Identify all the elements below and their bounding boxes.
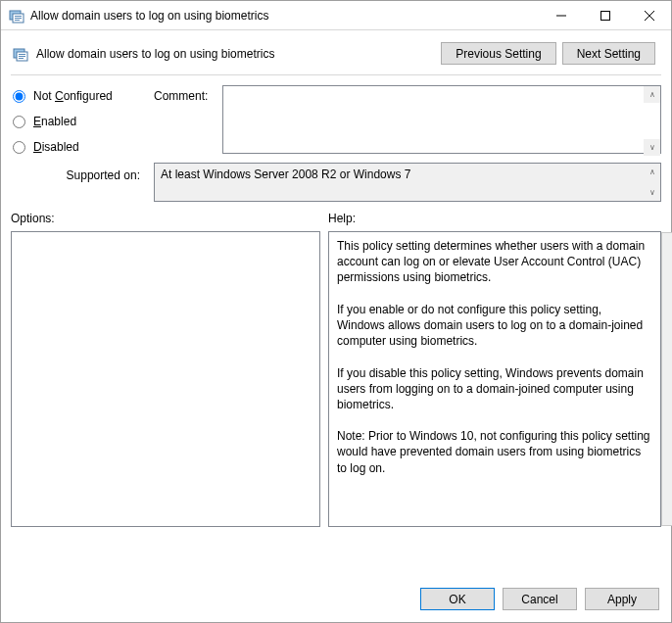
radio-not-configured-label: Not Configured xyxy=(33,89,113,103)
help-scrollbar[interactable] xyxy=(661,232,672,526)
policy-title: Allow domain users to log on using biome… xyxy=(36,47,441,61)
help-paragraph: Note: Prior to Windows 10, not configuri… xyxy=(337,428,652,476)
comment-field-wrap: ∧ ∨ xyxy=(222,85,661,157)
options-panel xyxy=(11,231,320,527)
help-paragraph: If you disable this policy setting, Wind… xyxy=(337,365,652,413)
next-setting-button[interactable]: Next Setting xyxy=(562,42,655,65)
policy-icon xyxy=(13,46,28,62)
radio-enabled-label: Enabled xyxy=(33,115,76,128)
radio-disabled[interactable]: Disabled xyxy=(13,140,140,154)
supported-field: At least Windows Server 2008 R2 or Windo… xyxy=(154,163,661,202)
svg-rect-11 xyxy=(19,54,25,55)
comment-block: Comment: ∧ ∨ xyxy=(154,85,661,157)
svg-rect-4 xyxy=(15,20,20,21)
previous-setting-button[interactable]: Previous Setting xyxy=(441,42,555,65)
cancel-button[interactable]: Cancel xyxy=(503,588,577,610)
subheader: Allow domain users to log on using biome… xyxy=(1,30,671,69)
options-label: Options: xyxy=(11,212,328,225)
minimize-button[interactable] xyxy=(539,1,583,29)
ok-button[interactable]: OK xyxy=(420,588,495,610)
state-radios: Not Configured Enabled Disabled xyxy=(13,85,140,157)
window-controls xyxy=(539,1,671,29)
supported-label: Supported on: xyxy=(13,163,140,202)
radio-enabled-input[interactable] xyxy=(13,116,25,128)
help-paragraph: This policy setting determines whether u… xyxy=(337,238,652,286)
help-panel: This policy setting determines whether u… xyxy=(328,231,661,527)
comment-textarea[interactable] xyxy=(222,85,661,154)
supported-field-wrap: At least Windows Server 2008 R2 or Windo… xyxy=(154,163,661,202)
panel-labels: Options: Help: xyxy=(1,202,671,229)
titlebar: Allow domain users to log on using biome… xyxy=(1,1,671,30)
app-icon xyxy=(9,8,24,24)
footer: OK Cancel Apply xyxy=(1,576,671,622)
svg-rect-12 xyxy=(19,56,25,57)
svg-rect-3 xyxy=(15,18,22,19)
help-paragraph: If you enable or do not configure this p… xyxy=(337,302,652,350)
maximize-button[interactable] xyxy=(583,1,627,29)
help-content: This policy setting determines whether u… xyxy=(329,232,660,526)
comment-label: Comment: xyxy=(154,85,216,157)
window: Allow domain users to log on using biome… xyxy=(0,0,672,623)
svg-rect-6 xyxy=(600,11,609,20)
svg-rect-2 xyxy=(15,16,22,17)
radio-disabled-input[interactable] xyxy=(13,141,25,154)
nav-buttons: Previous Setting Next Setting xyxy=(441,42,655,65)
radio-enabled[interactable]: Enabled xyxy=(13,115,140,128)
svg-rect-13 xyxy=(19,58,24,59)
radio-disabled-label: Disabled xyxy=(33,140,79,154)
state-section: Not Configured Enabled Disabled Comment:… xyxy=(1,75,671,157)
supported-row: Supported on: At least Windows Server 20… xyxy=(1,157,671,202)
panels-row: This policy setting determines whether u… xyxy=(1,229,671,576)
apply-button[interactable]: Apply xyxy=(585,588,659,610)
window-title: Allow domain users to log on using biome… xyxy=(30,9,539,23)
radio-not-configured[interactable]: Not Configured xyxy=(13,89,140,103)
help-label: Help: xyxy=(328,212,356,225)
close-button[interactable] xyxy=(627,1,671,29)
radio-not-configured-input[interactable] xyxy=(13,90,25,103)
